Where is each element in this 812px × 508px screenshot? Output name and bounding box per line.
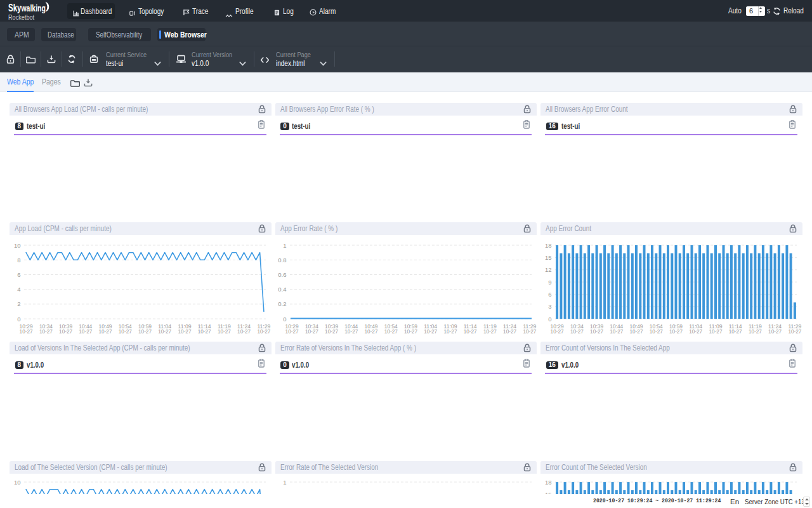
- svg-text:10-27: 10-27: [669, 328, 683, 335]
- svg-text:10-27: 10-27: [59, 328, 72, 335]
- svg-text:10-27: 10-27: [285, 328, 298, 335]
- svg-text:10: 10: [14, 241, 21, 248]
- svg-text:10-27: 10-27: [119, 328, 132, 335]
- svg-text:18: 18: [545, 241, 552, 248]
- svg-text:0.4: 0.4: [278, 286, 286, 293]
- svg-text:12: 12: [545, 266, 552, 273]
- svg-text:10-27: 10-27: [20, 328, 33, 335]
- svg-text:10-27: 10-27: [158, 328, 171, 335]
- svg-text:10-27: 10-27: [610, 328, 624, 335]
- svg-text:0: 0: [283, 315, 286, 322]
- svg-text:1: 1: [283, 241, 286, 248]
- svg-text:10-27: 10-27: [138, 328, 152, 335]
- svg-text:2: 2: [17, 300, 20, 307]
- svg-text:18: 18: [545, 478, 552, 485]
- svg-text:10-27: 10-27: [325, 328, 338, 335]
- svg-text:6: 6: [17, 271, 20, 277]
- svg-text:10-27: 10-27: [789, 328, 802, 335]
- svg-text:10-27: 10-27: [689, 328, 702, 335]
- svg-text:10-27: 10-27: [570, 328, 584, 335]
- svg-text:10-27: 10-27: [729, 328, 742, 335]
- svg-text:10-27: 10-27: [237, 328, 251, 335]
- svg-text:10-27: 10-27: [749, 328, 762, 335]
- svg-text:10-27: 10-27: [590, 328, 603, 335]
- svg-text:10-27: 10-27: [344, 328, 358, 335]
- svg-text:10-27: 10-27: [99, 328, 112, 335]
- svg-text:10-27: 10-27: [424, 328, 437, 335]
- svg-text:10-27: 10-27: [650, 328, 663, 335]
- svg-text:10-27: 10-27: [483, 328, 497, 335]
- svg-text:10-27: 10-27: [305, 328, 318, 335]
- svg-text:10-27: 10-27: [198, 328, 211, 335]
- svg-text:10-27: 10-27: [630, 328, 643, 335]
- svg-text:6: 6: [549, 290, 552, 297]
- svg-text:10-27: 10-27: [364, 328, 377, 335]
- svg-text:10-27: 10-27: [404, 328, 417, 335]
- svg-text:3: 3: [549, 303, 552, 310]
- svg-text:9: 9: [549, 278, 552, 285]
- svg-text:10-27: 10-27: [523, 328, 536, 335]
- svg-text:0.2: 0.2: [278, 300, 286, 307]
- svg-text:0.6: 0.6: [278, 271, 286, 277]
- svg-text:0: 0: [549, 315, 552, 322]
- svg-text:10-27: 10-27: [443, 328, 457, 335]
- svg-text:4: 4: [17, 286, 20, 293]
- svg-text:10-27: 10-27: [257, 328, 270, 335]
- svg-text:10-27: 10-27: [503, 328, 516, 335]
- svg-text:0: 0: [17, 315, 20, 322]
- svg-text:15: 15: [545, 253, 552, 260]
- svg-text:0.8: 0.8: [278, 256, 286, 263]
- svg-text:10-27: 10-27: [39, 328, 53, 335]
- svg-text:10-27: 10-27: [218, 328, 231, 335]
- svg-text:10-27: 10-27: [384, 328, 397, 335]
- svg-text:10-27: 10-27: [178, 328, 192, 335]
- svg-text:8: 8: [17, 256, 20, 263]
- svg-text:10-27: 10-27: [463, 328, 476, 335]
- svg-text:10-27: 10-27: [551, 328, 564, 335]
- svg-text:1: 1: [283, 478, 286, 485]
- svg-text:10-27: 10-27: [768, 328, 782, 335]
- svg-text:10-27: 10-27: [709, 328, 723, 335]
- svg-text:10-27: 10-27: [79, 328, 92, 335]
- svg-text:10: 10: [14, 478, 21, 485]
